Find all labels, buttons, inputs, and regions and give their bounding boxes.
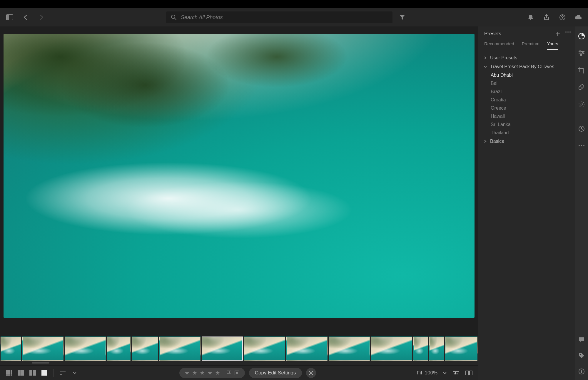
svg-rect-10 [6,372,8,374]
preset-item[interactable]: Sri Lanka [478,120,575,129]
presets-tab-recommended[interactable]: Recommended [484,41,514,50]
svg-point-57 [583,145,584,146]
svg-point-2 [171,15,175,19]
presets-tab-yours[interactable]: Yours [547,41,558,50]
sliders-tool-icon[interactable] [577,49,586,58]
preset-item[interactable]: Hawaii [478,112,575,120]
copy-edit-settings-button[interactable]: Copy Edit Settings [249,368,302,378]
window-titlebar [0,0,588,8]
sort-dropdown-icon[interactable] [71,370,78,376]
filmstrip-thumb[interactable] [159,337,201,361]
filmstrip-thumb[interactable] [286,337,328,361]
preset-item[interactable]: Bali [478,79,575,88]
preset-group[interactable]: Basics [478,137,575,146]
svg-rect-8 [8,370,10,372]
filmstrip-thumb[interactable] [244,337,285,361]
svg-point-39 [565,31,567,33]
filmstrip-thumb[interactable] [22,337,64,361]
comments-icon[interactable] [577,335,586,344]
preset-item[interactable]: Thailand [478,129,575,137]
filmstrip-thumb[interactable] [202,337,243,361]
filmstrip-thumb[interactable] [445,337,477,361]
detail-view-icon[interactable] [41,370,48,376]
bell-icon[interactable] [527,14,534,21]
tool-more-icon[interactable] [577,141,586,150]
svg-point-58 [580,354,581,355]
svg-rect-12 [11,372,12,374]
preset-item[interactable]: Brazil [478,88,575,96]
scrollbar-grip[interactable] [32,362,49,364]
search-input[interactable] [181,14,388,21]
healing-tool-icon[interactable] [577,83,586,92]
share-icon[interactable] [543,14,550,21]
star-3-icon[interactable]: ★ [200,370,205,376]
compare-view-icon[interactable] [29,370,36,376]
filmstrip[interactable] [0,337,478,361]
keyword-tag-icon[interactable] [577,351,586,360]
before-after-icon[interactable] [465,370,473,376]
zoom-fit-label[interactable]: Fit 100% [417,370,437,376]
sidebar-toggle-icon[interactable] [6,14,14,21]
forward-arrow-icon[interactable] [38,14,45,21]
svg-rect-19 [21,373,24,376]
svg-rect-11 [8,372,10,374]
preset-item[interactable]: Abu Dhabi [478,71,575,79]
preset-group[interactable]: User Presets [478,53,575,62]
svg-point-52 [579,102,584,107]
filmstrip-thumb[interactable] [65,337,106,361]
star-2-icon[interactable]: ★ [192,370,197,376]
filmstrip-thumb[interactable] [371,337,412,361]
svg-line-3 [175,18,176,20]
flag-reject-icon[interactable] [234,370,240,376]
presets-tab-premium[interactable]: Premium [522,41,539,50]
svg-point-44 [579,51,581,52]
preset-item[interactable]: Croatia [478,96,575,104]
help-icon[interactable] [559,14,566,21]
filmstrip-thumb[interactable] [1,337,21,361]
search-field[interactable] [166,11,392,23]
svg-rect-14 [8,374,10,376]
svg-rect-7 [6,370,8,372]
crop-tool-icon[interactable] [577,66,586,75]
versions-tool-icon[interactable] [577,124,586,133]
preset-group-label: Travel Preset Pack By Ollivves [490,64,554,69]
flag-pick-icon[interactable] [226,370,231,376]
info-icon[interactable] [577,367,586,376]
grid-large-view-icon[interactable] [17,370,25,376]
filmstrip-thumb[interactable] [132,337,158,361]
sort-icon[interactable] [59,370,67,376]
add-preset-icon[interactable] [555,31,560,36]
bottombar-right: Fit 100% [417,370,473,376]
star-1-icon[interactable]: ★ [185,370,189,376]
main-photo[interactable] [4,34,475,318]
svg-rect-31 [454,373,455,374]
star-4-icon[interactable]: ★ [208,370,212,376]
back-arrow-icon[interactable] [22,14,29,21]
rating-pill[interactable]: ★ ★ ★ ★ ★ [179,368,245,378]
preset-item[interactable]: Greece [478,104,575,112]
presets-more-icon[interactable] [565,31,571,36]
zoom-dropdown-icon[interactable] [443,371,447,374]
masking-tool-icon[interactable] [577,100,586,109]
filmstrip-thumb[interactable] [413,337,428,361]
presets-panel: Presets RecommendedPremiumYours User Pre… [478,26,575,380]
filmstrip-thumb[interactable] [107,337,131,361]
settings-gear-button[interactable] [306,368,316,378]
image-viewport [0,26,478,337]
search-icon [171,14,177,20]
chevron-right-icon [484,140,488,143]
filmstrip-scrollbar[interactable] [0,361,478,364]
svg-point-56 [581,145,582,146]
filter-icon[interactable] [398,14,406,21]
edit-tool-icon[interactable] [577,32,586,41]
divider [54,369,54,377]
filmstrip-thumb[interactable] [429,337,444,361]
grid-small-view-icon[interactable] [5,370,13,376]
histogram-toggle-icon[interactable] [452,370,460,376]
star-5-icon[interactable]: ★ [215,370,220,376]
bottombar-left [5,369,78,377]
preset-group[interactable]: Travel Preset Pack By Ollivves [478,62,575,71]
cloud-sync-icon[interactable] [574,14,582,21]
svg-point-41 [569,31,571,33]
filmstrip-thumb[interactable] [329,337,370,361]
